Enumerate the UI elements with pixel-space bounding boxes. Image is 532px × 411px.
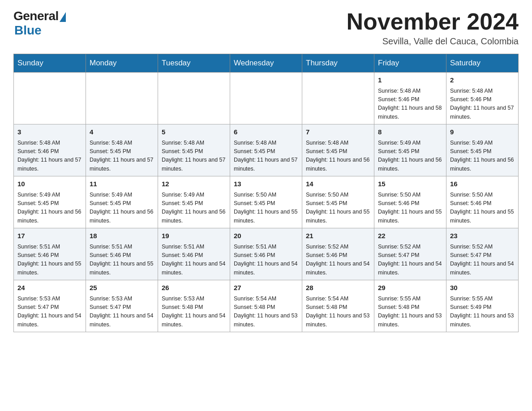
- calendar-cell: 7Sunrise: 5:48 AM Sunset: 5:45 PM Daylig…: [302, 124, 374, 176]
- calendar-cell: 20Sunrise: 5:51 AM Sunset: 5:46 PM Dayli…: [230, 228, 302, 280]
- calendar-cell: 2Sunrise: 5:48 AM Sunset: 5:46 PM Daylig…: [446, 73, 519, 124]
- day-of-week-header: Tuesday: [158, 54, 230, 73]
- day-number: 20: [234, 231, 298, 241]
- day-number: 9: [450, 127, 515, 137]
- month-title: November 2024: [347, 9, 519, 34]
- calendar-cell: 24Sunrise: 5:53 AM Sunset: 5:47 PM Dayli…: [14, 280, 86, 332]
- day-number: 17: [17, 231, 82, 241]
- calendar-cell: [158, 73, 230, 124]
- day-of-week-header: Saturday: [446, 54, 519, 73]
- calendar-cell: 30Sunrise: 5:55 AM Sunset: 5:49 PM Dayli…: [446, 280, 519, 332]
- day-solar-info: Sunrise: 5:49 AM Sunset: 5:45 PM Dayligh…: [378, 139, 442, 174]
- day-number: 25: [90, 283, 154, 293]
- day-solar-info: Sunrise: 5:52 AM Sunset: 5:46 PM Dayligh…: [306, 243, 370, 278]
- calendar-cell: [302, 73, 374, 124]
- day-solar-info: Sunrise: 5:48 AM Sunset: 5:46 PM Dayligh…: [378, 87, 442, 122]
- day-number: 27: [234, 283, 298, 293]
- day-solar-info: Sunrise: 5:51 AM Sunset: 5:46 PM Dayligh…: [17, 243, 82, 278]
- calendar-cell: 21Sunrise: 5:52 AM Sunset: 5:46 PM Dayli…: [302, 228, 374, 280]
- calendar-cell: 23Sunrise: 5:52 AM Sunset: 5:47 PM Dayli…: [446, 228, 519, 280]
- day-solar-info: Sunrise: 5:53 AM Sunset: 5:47 PM Dayligh…: [17, 295, 82, 330]
- calendar-cell: 14Sunrise: 5:50 AM Sunset: 5:45 PM Dayli…: [302, 176, 374, 228]
- day-number: 12: [162, 179, 226, 189]
- day-number: 30: [450, 283, 515, 293]
- day-of-week-header: Thursday: [302, 54, 374, 73]
- day-solar-info: Sunrise: 5:52 AM Sunset: 5:47 PM Dayligh…: [450, 243, 515, 278]
- day-number: 26: [162, 283, 226, 293]
- calendar-cell: 11Sunrise: 5:49 AM Sunset: 5:45 PM Dayli…: [86, 176, 158, 228]
- day-number: 7: [306, 127, 370, 137]
- day-solar-info: Sunrise: 5:49 AM Sunset: 5:45 PM Dayligh…: [90, 191, 154, 226]
- day-solar-info: Sunrise: 5:50 AM Sunset: 5:46 PM Dayligh…: [450, 191, 515, 226]
- title-block: November 2024 Sevilla, Valle del Cauca, …: [347, 9, 519, 47]
- day-of-week-header: Friday: [374, 54, 446, 73]
- calendar-cell: 18Sunrise: 5:51 AM Sunset: 5:46 PM Dayli…: [86, 228, 158, 280]
- calendar-week-row: 10Sunrise: 5:49 AM Sunset: 5:45 PM Dayli…: [14, 176, 519, 228]
- calendar-cell: 4Sunrise: 5:48 AM Sunset: 5:45 PM Daylig…: [86, 124, 158, 176]
- day-number: 18: [90, 231, 154, 241]
- day-number: 22: [378, 231, 442, 241]
- day-number: 21: [306, 231, 370, 241]
- day-number: 8: [378, 127, 442, 137]
- day-number: 10: [17, 179, 82, 189]
- calendar-cell: 8Sunrise: 5:49 AM Sunset: 5:45 PM Daylig…: [374, 124, 446, 176]
- day-number: 3: [17, 127, 82, 137]
- calendar-cell: 25Sunrise: 5:53 AM Sunset: 5:47 PM Dayli…: [86, 280, 158, 332]
- day-solar-info: Sunrise: 5:49 AM Sunset: 5:45 PM Dayligh…: [450, 139, 515, 174]
- calendar-cell: 3Sunrise: 5:48 AM Sunset: 5:46 PM Daylig…: [14, 124, 86, 176]
- calendar-table: SundayMondayTuesdayWednesdayThursdayFrid…: [13, 54, 519, 332]
- calendar-week-row: 1Sunrise: 5:48 AM Sunset: 5:46 PM Daylig…: [14, 73, 519, 124]
- day-solar-info: Sunrise: 5:49 AM Sunset: 5:45 PM Dayligh…: [17, 191, 82, 226]
- day-number: 24: [17, 283, 82, 293]
- logo: General Blue: [13, 9, 66, 38]
- day-solar-info: Sunrise: 5:49 AM Sunset: 5:45 PM Dayligh…: [162, 191, 226, 226]
- calendar-cell: 10Sunrise: 5:49 AM Sunset: 5:45 PM Dayli…: [14, 176, 86, 228]
- day-solar-info: Sunrise: 5:54 AM Sunset: 5:48 PM Dayligh…: [306, 295, 370, 330]
- day-solar-info: Sunrise: 5:50 AM Sunset: 5:45 PM Dayligh…: [306, 191, 370, 226]
- day-number: 5: [162, 127, 226, 137]
- day-number: 15: [378, 179, 442, 189]
- calendar-week-row: 24Sunrise: 5:53 AM Sunset: 5:47 PM Dayli…: [14, 280, 519, 332]
- calendar-cell: 6Sunrise: 5:48 AM Sunset: 5:45 PM Daylig…: [230, 124, 302, 176]
- day-of-week-header: Wednesday: [230, 54, 302, 73]
- calendar-cell: 17Sunrise: 5:51 AM Sunset: 5:46 PM Dayli…: [14, 228, 86, 280]
- day-solar-info: Sunrise: 5:50 AM Sunset: 5:45 PM Dayligh…: [234, 191, 298, 226]
- day-number: 29: [378, 283, 442, 293]
- day-solar-info: Sunrise: 5:51 AM Sunset: 5:46 PM Dayligh…: [162, 243, 226, 278]
- day-solar-info: Sunrise: 5:48 AM Sunset: 5:45 PM Dayligh…: [162, 139, 226, 174]
- day-solar-info: Sunrise: 5:48 AM Sunset: 5:45 PM Dayligh…: [90, 139, 154, 174]
- day-solar-info: Sunrise: 5:52 AM Sunset: 5:47 PM Dayligh…: [378, 243, 442, 278]
- calendar-cell: 28Sunrise: 5:54 AM Sunset: 5:48 PM Dayli…: [302, 280, 374, 332]
- logo-blue-text: Blue: [14, 23, 42, 38]
- day-number: 19: [162, 231, 226, 241]
- day-number: 4: [90, 127, 154, 137]
- day-solar-info: Sunrise: 5:50 AM Sunset: 5:46 PM Dayligh…: [378, 191, 442, 226]
- day-of-week-header: Sunday: [14, 54, 86, 73]
- day-solar-info: Sunrise: 5:48 AM Sunset: 5:46 PM Dayligh…: [17, 139, 82, 174]
- day-number: 23: [450, 231, 515, 241]
- calendar-cell: 29Sunrise: 5:55 AM Sunset: 5:48 PM Dayli…: [374, 280, 446, 332]
- day-solar-info: Sunrise: 5:53 AM Sunset: 5:47 PM Dayligh…: [90, 295, 154, 330]
- day-solar-info: Sunrise: 5:55 AM Sunset: 5:48 PM Dayligh…: [378, 295, 442, 330]
- day-number: 6: [234, 127, 298, 137]
- calendar-cell: 22Sunrise: 5:52 AM Sunset: 5:47 PM Dayli…: [374, 228, 446, 280]
- calendar-cell: 16Sunrise: 5:50 AM Sunset: 5:46 PM Dayli…: [446, 176, 519, 228]
- day-solar-info: Sunrise: 5:54 AM Sunset: 5:48 PM Dayligh…: [234, 295, 298, 330]
- day-number: 2: [450, 75, 515, 86]
- calendar-week-row: 17Sunrise: 5:51 AM Sunset: 5:46 PM Dayli…: [14, 228, 519, 280]
- day-number: 28: [306, 283, 370, 293]
- calendar-cell: 1Sunrise: 5:48 AM Sunset: 5:46 PM Daylig…: [374, 73, 446, 124]
- calendar-week-row: 3Sunrise: 5:48 AM Sunset: 5:46 PM Daylig…: [14, 124, 519, 176]
- day-number: 13: [234, 179, 298, 189]
- calendar-cell: 19Sunrise: 5:51 AM Sunset: 5:46 PM Dayli…: [158, 228, 230, 280]
- day-number: 11: [90, 179, 154, 189]
- day-number: 14: [306, 179, 370, 189]
- calendar-cell: [230, 73, 302, 124]
- day-solar-info: Sunrise: 5:55 AM Sunset: 5:49 PM Dayligh…: [450, 295, 515, 330]
- calendar-cell: 15Sunrise: 5:50 AM Sunset: 5:46 PM Dayli…: [374, 176, 446, 228]
- page-header: General Blue November 2024 Sevilla, Vall…: [13, 9, 519, 47]
- calendar-cell: 13Sunrise: 5:50 AM Sunset: 5:45 PM Dayli…: [230, 176, 302, 228]
- day-solar-info: Sunrise: 5:48 AM Sunset: 5:45 PM Dayligh…: [306, 139, 370, 174]
- calendar-header-row: SundayMondayTuesdayWednesdayThursdayFrid…: [14, 54, 519, 73]
- calendar-cell: 5Sunrise: 5:48 AM Sunset: 5:45 PM Daylig…: [158, 124, 230, 176]
